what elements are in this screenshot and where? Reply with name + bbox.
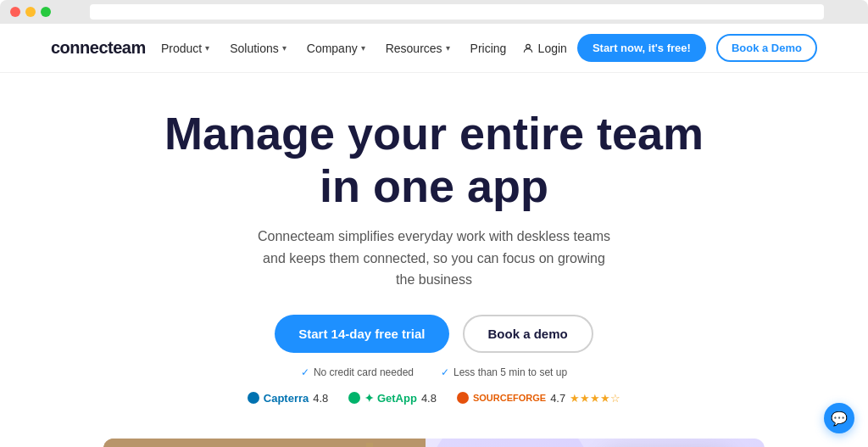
login-button[interactable]: Login bbox=[522, 42, 567, 55]
close-button[interactable] bbox=[10, 7, 20, 17]
sourceforge-label: SOURCEFORGE bbox=[473, 393, 546, 403]
book-demo-hero-button[interactable]: Book a demo bbox=[463, 315, 593, 353]
sourceforge-score: 4.7 bbox=[550, 392, 565, 405]
getapp-rating: ✦ GetApp 4.8 bbox=[348, 392, 437, 405]
book-demo-button[interactable]: Book a Demo bbox=[716, 34, 817, 62]
check-icon: ✓ bbox=[441, 366, 449, 378]
maximize-button[interactable] bbox=[41, 7, 51, 17]
ratings-row: Capterra 4.8 ✦ GetApp 4.8 SOURCEFORGE 4.… bbox=[17, 392, 851, 405]
star-rating-icons: ★★★★☆ bbox=[570, 392, 620, 405]
chevron-down-icon: ▾ bbox=[282, 43, 287, 53]
capterra-score: 4.8 bbox=[313, 392, 328, 405]
chevron-down-icon: ▾ bbox=[361, 43, 365, 53]
minimize-button[interactable] bbox=[25, 7, 36, 17]
hero-subtext: Connecteam simplifies everyday work with… bbox=[256, 226, 612, 291]
hero-badges: ✓ No credit card needed ✓ Less than 5 mi… bbox=[17, 366, 851, 378]
nav-item-solutions[interactable]: Solutions ▾ bbox=[230, 42, 287, 55]
people-photo bbox=[103, 439, 426, 447]
start-trial-button[interactable]: Start 14-day free trial bbox=[275, 315, 448, 353]
decorative-circle-1 bbox=[426, 439, 595, 447]
badge-no-credit-card: ✓ No credit card needed bbox=[301, 366, 414, 378]
hero-section: Manage your entire team in one app Conne… bbox=[0, 73, 868, 439]
svg-rect-1 bbox=[103, 439, 426, 447]
getapp-logo-dot bbox=[348, 392, 360, 404]
people-illustration bbox=[103, 439, 426, 447]
nav-item-pricing[interactable]: Pricing bbox=[470, 42, 507, 55]
nav-links: Product ▾ Solutions ▾ Company ▾ Resource… bbox=[161, 42, 506, 55]
chat-icon: 💬 bbox=[831, 411, 848, 427]
nav-item-company[interactable]: Company ▾ bbox=[307, 42, 365, 55]
sourceforge-logo-dot bbox=[457, 392, 469, 404]
nav-item-resources[interactable]: Resources ▾ bbox=[386, 42, 450, 55]
navbar: connecteam Product ▾ Solutions ▾ Company… bbox=[0, 24, 868, 73]
user-icon bbox=[522, 42, 534, 54]
address-bar[interactable] bbox=[90, 4, 824, 20]
svg-rect-13 bbox=[366, 443, 373, 447]
nav-item-product[interactable]: Product ▾ bbox=[161, 42, 209, 55]
hero-image-area: Good Morning, Alex ⏰ Time Clock 📅 Schedu… bbox=[103, 439, 765, 447]
badge-setup-time: ✓ Less than 5 min to set up bbox=[441, 366, 567, 378]
check-icon: ✓ bbox=[301, 366, 309, 378]
getapp-label: ✦ GetApp bbox=[364, 392, 417, 405]
sourceforge-rating: SOURCEFORGE 4.7 ★★★★☆ bbox=[457, 392, 620, 405]
title-bar bbox=[0, 0, 868, 24]
capterra-label: Capterra bbox=[264, 392, 309, 405]
getapp-score: 4.8 bbox=[421, 392, 437, 405]
capterra-rating: Capterra 4.8 bbox=[248, 392, 329, 405]
hero-headline: Manage your entire team in one app bbox=[17, 107, 851, 212]
chat-bubble[interactable]: 💬 bbox=[824, 403, 854, 433]
capterra-logo-dot bbox=[248, 392, 259, 404]
hero-buttons: Start 14-day free trial Book a demo bbox=[17, 315, 851, 353]
svg-point-0 bbox=[526, 44, 530, 48]
logo[interactable]: connecteam bbox=[51, 38, 146, 58]
start-free-button[interactable]: Start now, it's free! bbox=[577, 34, 706, 62]
nav-actions: Login Start now, it's free! Book a Demo bbox=[522, 34, 817, 62]
chevron-down-icon: ▾ bbox=[446, 43, 450, 53]
chevron-down-icon: ▾ bbox=[205, 43, 209, 53]
